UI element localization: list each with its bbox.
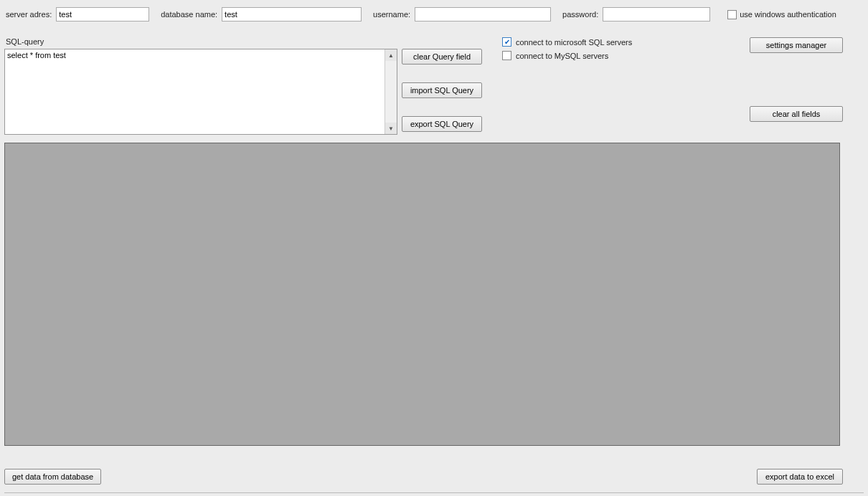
scroll-up-icon[interactable]: ▲ [385, 49, 397, 61]
database-name-input[interactable] [222, 7, 362, 22]
clear-all-fields-button[interactable]: clear all fields [750, 106, 843, 122]
right-action-buttons: settings manager clear all fields [750, 37, 843, 122]
bottom-action-row: get data from database export data to ex… [4, 469, 843, 485]
import-sql-button[interactable]: import SQL Query [402, 82, 482, 98]
export-sql-button[interactable]: export SQL Query [402, 116, 482, 132]
scroll-down-icon[interactable]: ▼ [385, 123, 397, 134]
query-action-buttons: clear Query field import SQL Query expor… [402, 49, 482, 132]
bottom-divider [4, 492, 864, 493]
settings-manager-button[interactable]: settings manager [750, 37, 843, 53]
server-adres-label: server adres: [6, 10, 52, 19]
windows-auth-label: use windows authentication [740, 10, 836, 19]
clear-query-button[interactable]: clear Query field [402, 49, 482, 65]
ms-sql-label: connect to microsoft SQL servers [516, 38, 632, 47]
server-adres-input[interactable] [56, 7, 149, 22]
username-input[interactable] [415, 7, 551, 22]
checkbox-icon [727, 10, 737, 19]
password-input[interactable] [603, 7, 710, 22]
windows-auth-checkbox[interactable]: use windows authentication [727, 10, 836, 19]
sql-query-label: SQL-query [6, 37, 44, 46]
sql-scrollbar[interactable]: ▲ ▼ [385, 49, 397, 134]
sql-query-field: ▲ ▼ [4, 49, 397, 135]
checkbox-checked-icon: ✔ [502, 37, 511, 47]
checkbox-icon [502, 51, 511, 60]
connection-row: server adres: database name: username: p… [6, 7, 862, 22]
username-label: username: [373, 10, 410, 19]
password-label: password: [562, 10, 598, 19]
export-excel-button[interactable]: export data to excel [757, 469, 843, 485]
sql-query-textarea[interactable] [5, 49, 385, 134]
get-data-button[interactable]: get data from database [4, 469, 101, 485]
database-name-label: database name: [161, 10, 217, 19]
results-grid[interactable] [4, 143, 840, 446]
mysql-label: connect to MySQL servers [516, 52, 608, 60]
